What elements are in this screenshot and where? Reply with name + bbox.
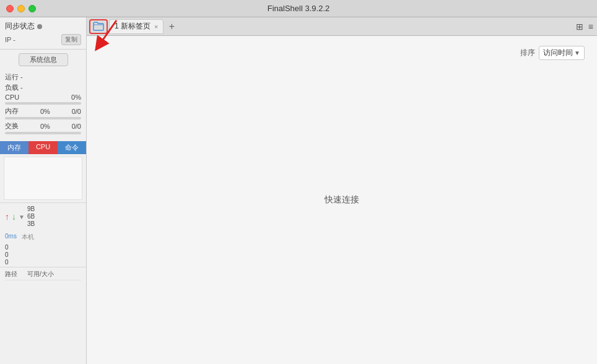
tab-cmd[interactable]: 命令 <box>58 141 86 154</box>
cpu-bar <box>5 102 81 105</box>
tab-cpu[interactable]: CPU <box>28 141 57 154</box>
sort-row: 排序 访问时间 ▼ <box>520 46 585 60</box>
close-button[interactable] <box>6 5 14 12</box>
run-label: 运行 - <box>5 72 23 82</box>
sort-label: 排序 <box>520 48 535 58</box>
chart-area <box>4 157 82 200</box>
memory-row: 内存 0% 0/0 <box>5 106 81 116</box>
arrow-tri-icon: ▼ <box>19 214 25 220</box>
ip-row: IP - 复制 <box>5 34 81 45</box>
net-values: 9B 6B 3B <box>27 206 35 228</box>
cpu-label: CPU <box>5 93 19 101</box>
net-val-3b: 3B <box>27 220 35 227</box>
cpu-row: CPU 0% <box>5 93 81 101</box>
tab-1[interactable]: 1 新标签页 × <box>109 19 163 34</box>
folder-icon <box>93 22 104 32</box>
swap-row: 交换 0% 0/0 <box>5 121 81 131</box>
menu-icon[interactable]: ≡ <box>587 20 595 33</box>
maximize-button[interactable] <box>28 5 36 12</box>
swap-value: 0% <box>40 123 50 130</box>
traffic-lights <box>6 5 36 12</box>
disk-path-label: 路径 <box>5 270 17 279</box>
memory-ratio: 0/0 <box>72 108 81 115</box>
cpu-value: 0% <box>71 93 81 101</box>
tab-add-button[interactable]: + <box>165 20 178 33</box>
content-area: 1 新标签页 × + ⊞ ≡ 排序 访问时间 ▼ 快速连接 <box>87 17 597 364</box>
latency-val-2: 0 <box>5 251 81 258</box>
disk-header: 路径 可用/大小 <box>5 269 81 280</box>
memory-label: 内存 <box>5 106 19 116</box>
quick-connect-label: 快速连接 <box>325 194 359 206</box>
network-row: ↑ ↓ ▼ 9B 6B 3B <box>5 206 81 228</box>
grid-icon[interactable]: ⊞ <box>575 20 585 33</box>
window-title: FinalShell 3.9.2.2 <box>268 4 329 13</box>
minimize-button[interactable] <box>17 5 25 12</box>
ip-label: IP - <box>5 36 15 43</box>
sync-dot <box>37 24 42 29</box>
latency-local: 本机 <box>22 233 34 241</box>
sidebar-top: 同步状态 IP - 复制 <box>0 17 86 50</box>
tab-bar-right: ⊞ ≡ <box>575 20 595 33</box>
tab-1-label: 1 新标签页 <box>115 21 150 32</box>
disk-avail-label: 可用/大小 <box>27 270 54 279</box>
swap-ratio: 0/0 <box>72 123 81 130</box>
net-val-6b: 6B <box>27 213 35 220</box>
load-row: 负载 - <box>5 83 81 92</box>
disk-section: 路径 可用/大小 <box>0 267 86 364</box>
network-section: ↑ ↓ ▼ 9B 6B 3B <box>0 202 86 232</box>
tab-bar: 1 新标签页 × + ⊞ ≡ <box>87 17 597 36</box>
stats-section: 运行 - 负载 - CPU 0% 内存 0% 0/0 交换 0% <box>0 70 86 139</box>
main-content: 排序 访问时间 ▼ 快速连接 <box>87 36 597 364</box>
swap-label: 交换 <box>5 121 19 131</box>
sync-label: 同步状态 <box>5 21 35 32</box>
sidebar-tabs: 内存 CPU 命令 <box>0 141 86 154</box>
tab-close-button[interactable]: × <box>154 23 158 30</box>
sort-dropdown[interactable]: 访问时间 ▼ <box>539 46 585 60</box>
quick-connect-area: 快速连接 <box>325 194 359 206</box>
arrow-down-icon: ↓ <box>12 212 16 222</box>
memory-value: 0% <box>40 108 50 115</box>
sys-info-button[interactable]: 系统信息 <box>19 53 68 66</box>
main-layout: 同步状态 IP - 复制 系统信息 运行 - 负载 - CPU 0% <box>0 17 597 364</box>
net-val-9b: 9B <box>27 206 35 212</box>
sort-option: 访问时间 <box>543 48 573 58</box>
swap-bar <box>5 132 81 134</box>
load-label: 负载 - <box>5 83 23 92</box>
latency-label: 0ms <box>5 233 17 241</box>
run-row: 运行 - <box>5 72 81 82</box>
folder-button[interactable] <box>89 19 108 34</box>
sidebar: 同步状态 IP - 复制 系统信息 运行 - 负载 - CPU 0% <box>0 17 87 364</box>
memory-bar <box>5 117 81 119</box>
copy-button[interactable]: 复制 <box>61 34 81 45</box>
title-bar: FinalShell 3.9.2.2 <box>0 0 597 17</box>
latency-val-1: 0 <box>5 244 81 251</box>
arrow-up-icon: ↑ <box>5 212 9 222</box>
latency-val-3: 0 <box>5 259 81 266</box>
latency-vals: 0 0 0 <box>0 243 86 267</box>
sort-dropdown-arrow: ▼ <box>574 50 580 56</box>
tab-memory[interactable]: 内存 <box>0 141 28 154</box>
sync-row: 同步状态 <box>5 21 81 32</box>
latency-section: 0ms 本机 <box>0 232 86 243</box>
